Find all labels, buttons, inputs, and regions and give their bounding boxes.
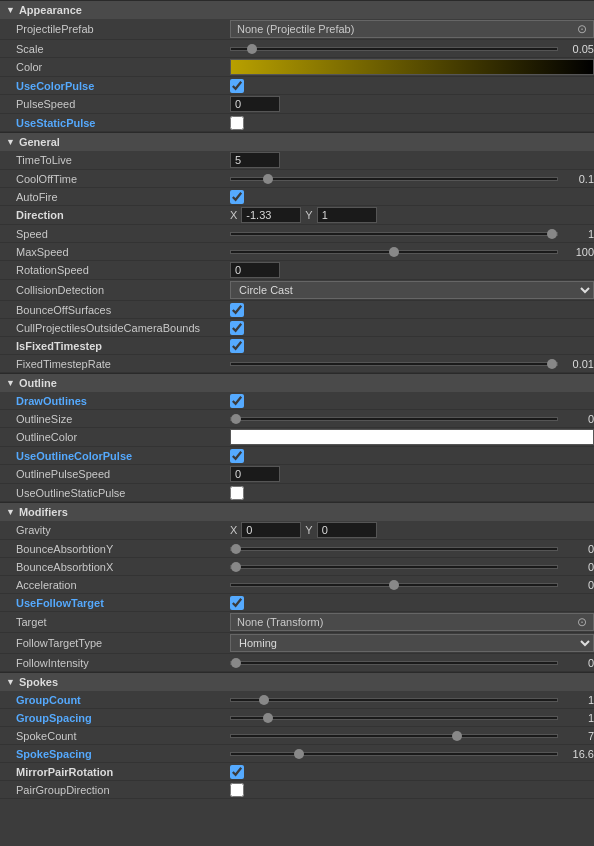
draw-outlines-checkbox[interactable] bbox=[230, 394, 244, 408]
collision-detection-select[interactable]: Circle Cast Raycast bbox=[230, 281, 594, 299]
mirror-pair-rotation-row: MirrorPairRotation bbox=[0, 763, 594, 781]
pulse-speed-control bbox=[230, 96, 594, 112]
spokes-header[interactable]: ▼ Spokes bbox=[0, 672, 594, 691]
follow-intensity-slider[interactable] bbox=[230, 661, 558, 665]
max-speed-slider[interactable] bbox=[230, 250, 558, 254]
color-row: Color bbox=[0, 58, 594, 77]
follow-intensity-value: 0 bbox=[564, 657, 594, 669]
auto-fire-row: AutoFire bbox=[0, 188, 594, 206]
mirror-pair-rotation-checkbox[interactable] bbox=[230, 765, 244, 779]
outline-size-slider[interactable] bbox=[230, 417, 558, 421]
use-outline-static-pulse-checkbox[interactable] bbox=[230, 486, 244, 500]
general-content: TimeToLive CoolOffTime 0.1 AutoFire Dire… bbox=[0, 151, 594, 373]
group-count-value: 1 bbox=[564, 694, 594, 706]
spoke-count-slider[interactable] bbox=[230, 734, 558, 738]
projectile-prefab-icon[interactable]: ⊙ bbox=[577, 22, 587, 36]
time-to-live-input[interactable] bbox=[230, 152, 280, 168]
general-label: General bbox=[19, 136, 60, 148]
spokes-section: ▼ Spokes GroupCount 1 GroupSpacing 1 Spo… bbox=[0, 672, 594, 799]
max-speed-label: MaxSpeed bbox=[0, 246, 230, 258]
direction-x-input[interactable] bbox=[241, 207, 301, 223]
bounce-off-surfaces-checkbox[interactable] bbox=[230, 303, 244, 317]
acceleration-row: Acceleration 0 bbox=[0, 576, 594, 594]
spoke-spacing-slider[interactable] bbox=[230, 752, 558, 756]
appearance-header[interactable]: ▼ Appearance bbox=[0, 0, 594, 19]
modifiers-content: Gravity X Y BounceAbsorbtionY 0 BounceAb… bbox=[0, 521, 594, 672]
spoke-count-value: 7 bbox=[564, 730, 594, 742]
gravity-y-label: Y bbox=[305, 524, 312, 536]
use-static-pulse-checkbox[interactable] bbox=[230, 116, 244, 130]
acceleration-slider[interactable] bbox=[230, 583, 558, 587]
speed-slider[interactable] bbox=[230, 232, 558, 236]
bounce-absorbtion-y-row: BounceAbsorbtionY 0 bbox=[0, 540, 594, 558]
direction-y-input[interactable] bbox=[317, 207, 377, 223]
use-outline-static-pulse-row: UseOutlineStaticPulse bbox=[0, 484, 594, 502]
pair-group-direction-checkbox[interactable] bbox=[230, 783, 244, 797]
use-color-pulse-checkbox[interactable] bbox=[230, 79, 244, 93]
modifiers-arrow: ▼ bbox=[6, 507, 15, 517]
cull-projectiles-label: CullProjectilesOutsideCameraBounds bbox=[0, 322, 230, 334]
scale-value: 0.05 bbox=[564, 43, 594, 55]
time-to-live-control bbox=[230, 152, 594, 168]
projectile-prefab-field[interactable]: None (Projectile Prefab) ⊙ bbox=[230, 20, 594, 38]
fixed-timestep-rate-label: FixedTimestepRate bbox=[0, 358, 230, 370]
is-fixed-timestep-checkbox[interactable] bbox=[230, 339, 244, 353]
target-icon[interactable]: ⊙ bbox=[577, 615, 587, 629]
target-field[interactable]: None (Transform) ⊙ bbox=[230, 613, 594, 631]
gravity-x-input[interactable] bbox=[241, 522, 301, 538]
spoke-count-control: 7 bbox=[230, 730, 594, 742]
auto-fire-checkbox[interactable] bbox=[230, 190, 244, 204]
max-speed-value: 100 bbox=[564, 246, 594, 258]
bounce-absorbtion-y-slider[interactable] bbox=[230, 547, 558, 551]
cool-off-time-row: CoolOffTime 0.1 bbox=[0, 170, 594, 188]
outline-content: DrawOutlines OutlineSize 0 OutlineColor … bbox=[0, 392, 594, 502]
gravity-y-input[interactable] bbox=[317, 522, 377, 538]
use-outline-color-pulse-checkbox[interactable] bbox=[230, 449, 244, 463]
outline-header[interactable]: ▼ Outline bbox=[0, 373, 594, 392]
cool-off-time-slider[interactable] bbox=[230, 177, 558, 181]
pulse-speed-input[interactable] bbox=[230, 96, 280, 112]
modifiers-section: ▼ Modifiers Gravity X Y BounceAbsorbtion… bbox=[0, 502, 594, 672]
acceleration-control: 0 bbox=[230, 579, 594, 591]
modifiers-header[interactable]: ▼ Modifiers bbox=[0, 502, 594, 521]
bounce-absorbtion-x-slider[interactable] bbox=[230, 565, 558, 569]
speed-value: 1 bbox=[564, 228, 594, 240]
follow-intensity-control: 0 bbox=[230, 657, 594, 669]
fixed-timestep-rate-control: 0.01 bbox=[230, 358, 594, 370]
pair-group-direction-label: PairGroupDirection bbox=[0, 784, 230, 796]
general-header[interactable]: ▼ General bbox=[0, 132, 594, 151]
group-spacing-slider[interactable] bbox=[230, 716, 558, 720]
use-follow-target-checkbox[interactable] bbox=[230, 596, 244, 610]
follow-target-type-select[interactable]: Homing Orbit bbox=[230, 634, 594, 652]
cull-projectiles-checkbox[interactable] bbox=[230, 321, 244, 335]
outline-size-label: OutlineSize bbox=[0, 413, 230, 425]
use-color-pulse-label: UseColorPulse bbox=[0, 80, 230, 92]
color-swatch[interactable] bbox=[230, 59, 594, 75]
cool-off-time-label: CoolOffTime bbox=[0, 173, 230, 185]
outline-color-row: OutlineColor bbox=[0, 428, 594, 447]
outline-pulse-speed-control bbox=[230, 466, 594, 482]
direction-y-label: Y bbox=[305, 209, 312, 221]
mirror-pair-rotation-control bbox=[230, 765, 594, 779]
group-count-slider[interactable] bbox=[230, 698, 558, 702]
appearance-content: ProjectilePrefab None (Projectile Prefab… bbox=[0, 19, 594, 132]
modifiers-label: Modifiers bbox=[19, 506, 68, 518]
cool-off-time-value: 0.1 bbox=[564, 173, 594, 185]
use-static-pulse-control bbox=[230, 116, 594, 130]
outline-pulse-speed-input[interactable] bbox=[230, 466, 280, 482]
outline-size-value: 0 bbox=[564, 413, 594, 425]
group-count-control: 1 bbox=[230, 694, 594, 706]
scale-slider[interactable] bbox=[230, 47, 558, 51]
rotation-speed-input[interactable] bbox=[230, 262, 280, 278]
acceleration-value: 0 bbox=[564, 579, 594, 591]
use-static-pulse-row: UseStaticPulse bbox=[0, 114, 594, 132]
use-outline-static-pulse-label: UseOutlineStaticPulse bbox=[0, 487, 230, 499]
outline-color-swatch[interactable] bbox=[230, 429, 594, 445]
fixed-timestep-rate-slider[interactable] bbox=[230, 362, 558, 366]
outline-label: Outline bbox=[19, 377, 57, 389]
rotation-speed-row: RotationSpeed bbox=[0, 261, 594, 280]
draw-outlines-label: DrawOutlines bbox=[0, 395, 230, 407]
gravity-row: Gravity X Y bbox=[0, 521, 594, 540]
collision-detection-row: CollisionDetection Circle Cast Raycast bbox=[0, 280, 594, 301]
scale-row: Scale 0.05 bbox=[0, 40, 594, 58]
